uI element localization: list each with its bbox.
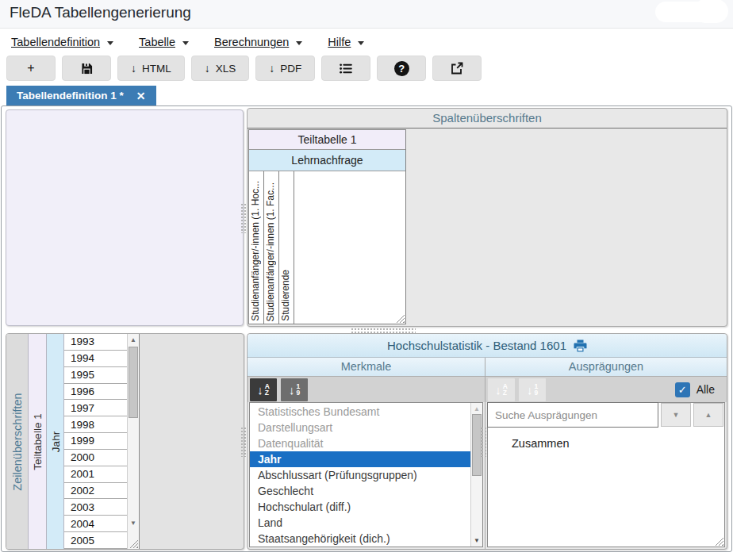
merkmal-item-selected[interactable]: Jahr — [250, 451, 470, 467]
column-item[interactable]: Studienanfänger/-innen (1. Fac... — [264, 171, 279, 324]
list-icon — [340, 63, 352, 74]
auspraegungen-title: Ausprägungen — [485, 358, 727, 377]
empty-drop-zone — [6, 109, 244, 326]
merkmal-item[interactable]: Staatsangehörigkeit (dich.) — [250, 531, 470, 547]
menu-tabellendefinition[interactable]: Tabellendefinition — [11, 36, 113, 48]
download-icon: ↓ — [205, 62, 210, 75]
group-header[interactable]: Lehrnachfrage — [249, 150, 405, 171]
catalog-columns: Merkmale ↓ A Z ↓ 1 9 — [248, 358, 727, 549]
chevron-down-icon — [296, 41, 302, 45]
column-item[interactable]: Studienanfänger/-innen (1. Hoc... — [249, 171, 264, 324]
year-row[interactable]: 2003 — [64, 499, 127, 516]
toolbar: + ↓ HTML ↓ XLS ↓ PDF ? — [6, 56, 482, 81]
sort-numeric-button-disabled[interactable]: ↓ 1 9 — [519, 378, 546, 401]
year-row[interactable]: 2001 — [64, 466, 127, 483]
year-row[interactable]: 1993 — [64, 334, 127, 351]
merkmal-item[interactable]: Statistisches Bundesamt — [250, 404, 470, 420]
year-rows: 1993 1994 1995 1996 1997 1998 1999 2000 … — [64, 334, 127, 549]
resize-handle[interactable] — [715, 537, 723, 546]
merkmal-item[interactable]: Darstellungsart — [250, 420, 470, 435]
menu-hilfe[interactable]: Hilfe — [328, 36, 364, 48]
merkmale-column: Merkmale ↓ A Z ↓ 1 9 — [248, 358, 485, 549]
row-subtable-strip[interactable]: Teiltabelle 1 — [29, 334, 47, 549]
download-icon: ↓ — [131, 62, 136, 75]
logo-shape — [655, 2, 723, 22]
open-external-button[interactable] — [432, 56, 482, 81]
save-icon — [81, 63, 93, 75]
sort-alpha-button-disabled[interactable]: ↓ A Z — [488, 378, 515, 401]
sort-alpha-button[interactable]: ↓ A Z — [250, 378, 277, 401]
external-link-icon — [451, 62, 463, 75]
chevron-down-icon — [107, 41, 113, 45]
year-row[interactable]: 2005 — [64, 532, 127, 549]
menu-berechnungen[interactable]: Berechnungen — [214, 36, 302, 48]
tab-tabellendefinition-1[interactable]: Tabellendefinition 1 * ✕ — [6, 86, 156, 105]
merkmal-item[interactable]: Land — [250, 515, 470, 531]
download-pdf-button[interactable]: ↓ PDF — [255, 56, 315, 81]
merkmal-item[interactable]: Hochschulart (diff.) — [250, 499, 470, 515]
catalog-header: Hochschulstatistik - Bestand 1601 — [248, 334, 727, 358]
help-button[interactable]: ? — [377, 56, 426, 81]
year-row[interactable]: 1996 — [64, 384, 127, 401]
year-row[interactable]: 1998 — [64, 416, 127, 433]
year-row[interactable]: 1994 — [64, 351, 127, 367]
scroll-up-icon[interactable]: ▲ — [471, 405, 482, 412]
row-resize-gutter[interactable] — [351, 328, 416, 333]
year-row[interactable]: 2002 — [64, 483, 127, 500]
save-button[interactable] — [62, 56, 111, 81]
list-button[interactable] — [321, 56, 370, 81]
scroll-down-icon[interactable]: ▼ — [471, 537, 482, 544]
column-headers-panel: Spaltenüberschriften Teiltabelle 1 Lehrn… — [247, 108, 727, 327]
download-xls-button[interactable]: ↓ XLS — [191, 56, 250, 81]
subtable-header[interactable]: Teiltabelle 1 — [249, 130, 405, 150]
auspraegung-item[interactable]: Zusammen — [512, 437, 724, 450]
scroll-up-icon[interactable]: ▲ — [128, 336, 139, 343]
merkmale-title: Merkmale — [248, 358, 485, 377]
catalog-panel: Hochschulstatistik - Bestand 1601 Merkma… — [247, 333, 727, 550]
search-prev-button[interactable]: ▲ — [693, 403, 723, 427]
scrollbar-thumb[interactable] — [129, 347, 138, 418]
merkmal-item[interactable]: Abschlussart (Prüfungsgruppen) — [250, 467, 470, 483]
help-icon: ? — [394, 61, 409, 76]
year-row[interactable]: 2004 — [64, 516, 127, 532]
year-row[interactable]: 1995 — [64, 367, 127, 384]
search-next-button[interactable]: ▼ — [661, 403, 691, 427]
printer-icon[interactable] — [574, 339, 587, 352]
merkmale-scrollbar[interactable]: ▲ ▼ — [470, 403, 482, 547]
pane-resize-gutter[interactable] — [481, 427, 486, 457]
tab-bar: Tabellendefinition 1 * ✕ — [6, 86, 156, 105]
merkmal-item[interactable]: Datenqualität — [250, 435, 470, 451]
year-row[interactable]: 1999 — [64, 433, 127, 450]
year-row[interactable]: 2000 — [64, 450, 127, 466]
main-area: Spaltenüberschriften Teiltabelle 1 Lehrn… — [1, 105, 732, 552]
close-icon[interactable]: ✕ — [136, 90, 146, 102]
chevron-down-icon — [182, 41, 189, 45]
download-icon: ↓ — [269, 62, 274, 75]
app-title: FleDA Tabellengenerierung — [10, 4, 191, 21]
auspraegungen-list: ▼ ▲ Zusammen — [487, 402, 725, 547]
sort-numeric-button[interactable]: ↓ 1 9 — [281, 378, 308, 401]
row-headers-panel: Zeilenüberschriften Teiltabelle 1 Jahr 1… — [6, 333, 244, 550]
auspraegungen-column: Ausprägungen ↓ A Z ↓ 1 9 — [485, 358, 727, 549]
sort-arrow-icon: ↓ — [289, 384, 295, 396]
chevron-down-icon — [358, 41, 364, 45]
search-input[interactable] — [487, 402, 658, 428]
year-row[interactable]: 1997 — [64, 400, 127, 416]
all-checkbox[interactable]: ✓ — [675, 382, 690, 397]
menu-tabelle[interactable]: Tabelle — [139, 36, 189, 48]
years-scrollbar[interactable]: ▲ ▼ — [127, 334, 139, 549]
row-dimension-strip[interactable]: Jahr — [47, 334, 64, 549]
panel-title: Spaltenüberschriften — [248, 109, 727, 128]
all-checkbox-label: Alle — [697, 383, 715, 396]
column-items: Studienanfänger/-innen (1. Hoc... Studie… — [249, 171, 405, 324]
scroll-down-icon[interactable]: ▼ — [128, 520, 139, 527]
add-button[interactable]: + — [6, 56, 56, 81]
column-definition-box: Teiltabelle 1 Lehrnachfrage Studienanfän… — [248, 129, 406, 324]
column-resize-gutter[interactable] — [240, 203, 246, 233]
download-html-button[interactable]: ↓ HTML — [117, 56, 185, 81]
years-list: 1993 1994 1995 1996 1997 1998 1999 2000 … — [64, 334, 140, 549]
column-resize-gutter[interactable] — [240, 427, 246, 457]
auspraegungen-sortbar: ↓ A Z ↓ 1 9 ✓ — [485, 377, 727, 402]
column-item[interactable]: Studierende — [279, 171, 294, 324]
merkmal-item[interactable]: Geschlecht — [250, 483, 470, 499]
